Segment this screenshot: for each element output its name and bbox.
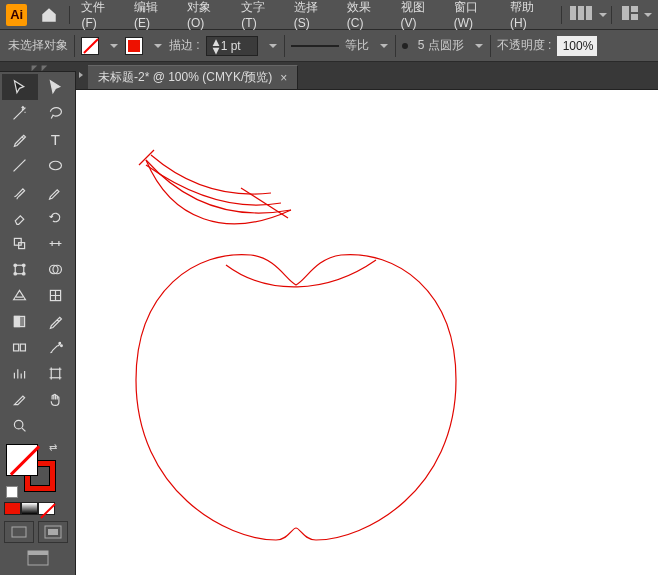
tool-free-transform[interactable] [2, 256, 38, 282]
tool-eraser[interactable] [2, 204, 38, 230]
screen-mode-switcher[interactable] [0, 547, 75, 569]
expand-dock-icon[interactable] [76, 61, 88, 89]
tool-blend[interactable] [2, 334, 38, 360]
opacity-field[interactable]: 100% [557, 36, 597, 56]
svg-point-10 [23, 272, 26, 275]
svg-rect-26 [28, 551, 48, 555]
fill-dropdown-icon[interactable] [105, 37, 119, 55]
color-mode-gradient[interactable] [21, 502, 38, 515]
home-icon[interactable] [33, 0, 65, 30]
brush-definition[interactable]: 5 点圆形 [418, 37, 464, 54]
canvas[interactable] [76, 90, 658, 575]
document-area: 未标题-2* @ 100% (CMYK/预览) × [76, 62, 658, 575]
tool-ellipse[interactable] [38, 152, 74, 178]
app-logo: Ai [6, 4, 27, 26]
menu-separator [69, 6, 70, 24]
stroke-weight-field[interactable]: ▴▾ 1 pt [206, 36, 258, 56]
color-mode-solid[interactable] [4, 502, 21, 515]
close-tab-icon[interactable]: × [280, 71, 287, 85]
tool-pen[interactable] [2, 126, 38, 152]
tools-panel-grip[interactable] [0, 62, 76, 72]
stroke-weight-dropdown-icon[interactable] [264, 37, 278, 55]
stroke-weight-stepper[interactable]: ▴▾ [211, 38, 221, 54]
svg-point-9 [14, 272, 17, 275]
tool-spare[interactable] [38, 412, 74, 438]
svg-rect-4 [15, 238, 22, 245]
color-mode-none[interactable] [38, 502, 55, 515]
stroke-dropdown-icon[interactable] [149, 37, 163, 55]
menu-object[interactable]: 对象(O) [180, 0, 234, 30]
tool-hand[interactable] [38, 386, 74, 412]
menu-select[interactable]: 选择(S) [287, 0, 340, 30]
brush-preview-dot-icon [402, 43, 408, 49]
arrange-documents-icon[interactable] [622, 6, 640, 23]
document-tab[interactable]: 未标题-2* @ 100% (CMYK/预览) × [88, 65, 298, 89]
artwork [76, 90, 658, 575]
workspace-switcher-icon[interactable] [570, 6, 595, 24]
tool-scale[interactable] [2, 230, 38, 256]
menu-view[interactable]: 视图(V) [394, 0, 447, 30]
svg-point-8 [23, 263, 26, 266]
tool-direct-selection[interactable] [38, 74, 74, 100]
fill-color-swatch[interactable] [6, 444, 38, 476]
svg-point-7 [14, 263, 17, 266]
menu-effect[interactable]: 效果(C) [340, 0, 394, 30]
tool-selection[interactable] [2, 74, 38, 100]
brush-dropdown-icon[interactable] [470, 37, 484, 55]
svg-rect-2 [631, 14, 638, 20]
svg-point-21 [15, 420, 24, 429]
menu-separator [561, 6, 562, 24]
tool-mesh[interactable] [38, 282, 74, 308]
tools-panel: T ⇄ [0, 62, 76, 575]
tool-zoom[interactable] [2, 412, 38, 438]
variable-width-profile[interactable] [291, 40, 339, 52]
fill-stroke-group: ⇄ [0, 440, 75, 500]
tool-eyedropper[interactable] [38, 308, 74, 334]
tool-width[interactable] [38, 230, 74, 256]
swap-fill-stroke-icon[interactable]: ⇄ [49, 442, 57, 453]
menu-edit[interactable]: 编辑(E) [127, 0, 180, 30]
stroke-swatch[interactable] [125, 37, 143, 55]
workspace: T ⇄ [0, 62, 658, 575]
tool-shape-builder[interactable] [38, 256, 74, 282]
tool-gradient[interactable] [2, 308, 38, 334]
chevron-down-icon[interactable] [599, 13, 607, 17]
menu-file[interactable]: 文件(F) [74, 0, 126, 30]
menu-help[interactable]: 帮助(H) [503, 0, 557, 30]
tool-lasso[interactable] [38, 100, 74, 126]
draw-mode-icon[interactable] [4, 521, 34, 543]
tool-rotate[interactable] [38, 204, 74, 230]
control-separator [395, 35, 396, 57]
document-tabs: 未标题-2* @ 100% (CMYK/预览) × [76, 62, 658, 90]
tool-grid: T [0, 72, 75, 440]
control-separator [284, 35, 285, 57]
tool-artboard[interactable] [38, 360, 74, 386]
tool-magic-wand[interactable] [2, 100, 38, 126]
tool-paintbrush[interactable] [2, 178, 38, 204]
control-bar: 未选择对象 描边 : ▴▾ 1 pt 等比 5 点圆形 不透明度 : 100% [0, 30, 658, 62]
profile-dropdown-icon[interactable] [375, 37, 389, 55]
selection-status: 未选择对象 [8, 37, 68, 54]
tool-symbol-sprayer[interactable] [38, 334, 74, 360]
tool-slice[interactable] [2, 386, 38, 412]
menu-window[interactable]: 窗口(W) [447, 0, 503, 30]
menu-text[interactable]: 文字(T) [234, 0, 286, 30]
tool-column-graph[interactable] [2, 360, 38, 386]
fill-swatch[interactable] [81, 37, 99, 55]
svg-rect-20 [51, 369, 60, 378]
svg-rect-0 [622, 6, 629, 20]
tool-line[interactable] [2, 152, 38, 178]
svg-rect-22 [12, 527, 26, 537]
opacity-label: 不透明度 : [497, 37, 552, 54]
tool-perspective[interactable] [2, 282, 38, 308]
stroke-label: 描边 : [169, 37, 200, 54]
svg-point-18 [59, 342, 61, 344]
screen-mode-icon[interactable] [38, 521, 68, 543]
chevron-down-icon[interactable] [644, 13, 652, 17]
tool-type[interactable]: T [38, 126, 74, 152]
default-fill-stroke-icon[interactable] [6, 486, 18, 498]
svg-rect-16 [14, 344, 19, 351]
tool-pencil[interactable] [38, 178, 74, 204]
menu-separator [611, 6, 612, 24]
svg-rect-1 [631, 6, 638, 12]
